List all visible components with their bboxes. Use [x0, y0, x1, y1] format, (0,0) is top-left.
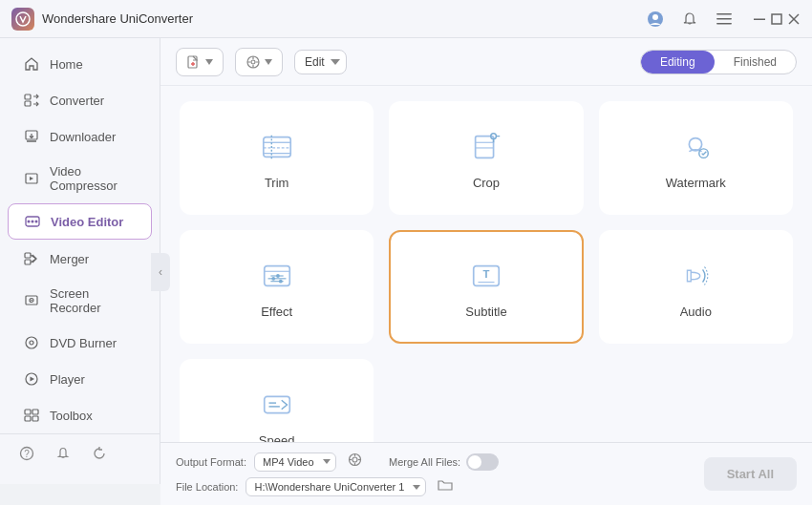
sidebar-collapse-btn[interactable]: ‹ [151, 253, 170, 291]
sidebar-item-screen-recorder[interactable]: Screen Recorder [8, 278, 152, 324]
output-format-label: Output Format: [176, 456, 246, 468]
sidebar-label-video-compressor: Video Compressor [50, 164, 137, 193]
feature-card-effect[interactable]: Effect [180, 230, 374, 344]
start-all-btn[interactable]: Start All [704, 457, 797, 491]
output-settings-btn[interactable] [344, 451, 366, 473]
content-area: Edit Editing Finished [160, 38, 812, 505]
speed-label: Speed [259, 433, 295, 442]
add-file-btn[interactable] [176, 48, 224, 76]
sidebar-item-home[interactable]: Home [8, 47, 152, 81]
sidebar-label-screen-recorder: Screen Recorder [50, 286, 137, 315]
user-icon-btn[interactable] [642, 6, 669, 32]
sidebar-item-player[interactable]: Player [8, 362, 152, 396]
svg-point-34 [251, 60, 255, 64]
feature-card-subtitle[interactable]: T Subtitle [389, 230, 583, 344]
file-location-label: File Location: [176, 481, 238, 493]
feature-card-crop[interactable]: Crop [389, 101, 583, 215]
sidebar-label-dvd-burner: DVD Burner [50, 336, 117, 350]
title-bar: Wondershare UniConverter [0, 0, 812, 38]
svg-point-16 [32, 221, 34, 223]
svg-point-15 [28, 221, 31, 223]
svg-rect-29 [32, 416, 38, 421]
crop-label: Crop [473, 176, 500, 190]
file-location-row: File Location: H:\Wondershare UniConvert… [176, 476, 696, 497]
speed-icon [256, 384, 298, 426]
player-icon [23, 370, 40, 388]
svg-point-17 [35, 221, 38, 223]
sidebar-label-toolbox: Toolbox [50, 409, 93, 423]
browse-folder-btn[interactable] [434, 476, 457, 497]
bottom-bar: Output Format: MP4 Video Merge All Files… [160, 442, 812, 505]
svg-rect-35 [263, 137, 289, 158]
sidebar-label-video-editor: Video Editor [51, 215, 123, 229]
svg-point-0 [16, 12, 30, 26]
effect-icon [256, 255, 298, 297]
svg-rect-5 [716, 23, 732, 25]
sidebar-item-merger[interactable]: Merger [8, 242, 152, 276]
svg-rect-3 [716, 13, 732, 15]
svg-rect-4 [716, 18, 732, 20]
svg-point-51 [271, 277, 275, 281]
downloader-icon [23, 128, 40, 145]
feature-card-watermark[interactable]: Watermark [599, 101, 793, 215]
edit-dropdown[interactable]: Edit [294, 50, 347, 74]
svg-point-52 [279, 280, 283, 284]
feature-card-audio[interactable]: Audio [599, 230, 793, 344]
feature-card-trim[interactable]: Trim [180, 101, 374, 215]
svg-point-44 [699, 149, 708, 158]
sidebar-label-downloader: Downloader [50, 130, 116, 144]
svg-point-60 [353, 457, 357, 462]
refresh-btn[interactable] [88, 444, 111, 467]
sidebar-wrapper: Home Converter Downloader Video Compress… [0, 38, 160, 505]
main-layout: Home Converter Downloader Video Compress… [0, 38, 812, 505]
subtitle-label: Subtitle [465, 305, 506, 319]
help-btn[interactable]: ? [15, 444, 38, 467]
svg-point-2 [652, 14, 658, 20]
svg-text:T: T [483, 268, 490, 280]
svg-rect-27 [32, 410, 38, 414]
title-bar-right [642, 6, 801, 32]
grid-area: Trim Crop [160, 86, 812, 442]
svg-rect-10 [25, 95, 31, 99]
merge-toggle-group: Merge All Files: [389, 453, 499, 471]
sidebar-item-converter[interactable]: Converter [8, 83, 152, 117]
audio-label: Audio [680, 305, 712, 319]
svg-point-24 [30, 341, 33, 345]
sidebar-item-toolbox[interactable]: Toolbox [8, 398, 152, 432]
merge-toggle-switch[interactable] [466, 453, 499, 471]
svg-point-50 [276, 274, 280, 278]
sidebar: Home Converter Downloader Video Compress… [0, 38, 160, 484]
tab-finished[interactable]: Finished [715, 51, 796, 74]
minimize-btn[interactable] [753, 12, 766, 26]
svg-text:?: ? [24, 449, 30, 459]
maximize-btn[interactable] [770, 12, 783, 26]
svg-point-43 [690, 138, 702, 151]
svg-rect-7 [772, 14, 781, 24]
sidebar-item-dvd-burner[interactable]: DVD Burner [8, 326, 152, 360]
subtitle-icon: T [465, 255, 507, 297]
feature-card-speed[interactable]: Speed [180, 359, 374, 442]
app-title: Wondershare UniConverter [42, 11, 193, 26]
notification-sidebar-btn[interactable] [52, 444, 75, 467]
file-location-select[interactable]: H:\Wondershare UniConverter 1 [246, 477, 426, 496]
close-btn[interactable] [787, 12, 801, 26]
sidebar-item-video-editor[interactable]: Video Editor [8, 203, 152, 240]
menu-icon-btn[interactable] [711, 6, 737, 32]
tab-editing[interactable]: Editing [641, 51, 715, 74]
feature-grid: Trim Crop [180, 101, 793, 442]
output-format-select[interactable]: MP4 Video [254, 452, 336, 472]
svg-rect-56 [264, 396, 289, 412]
svg-rect-39 [476, 137, 494, 158]
svg-point-23 [26, 337, 37, 348]
svg-rect-26 [25, 410, 31, 414]
add-media-btn[interactable] [235, 48, 283, 76]
sidebar-label-converter: Converter [50, 94, 104, 108]
svg-rect-18 [25, 253, 31, 258]
notification-icon-btn[interactable] [676, 6, 703, 32]
converter-icon [23, 92, 40, 109]
toolbox-icon [23, 407, 40, 424]
sidebar-item-video-compressor[interactable]: Video Compressor [8, 156, 152, 201]
crop-icon [465, 126, 507, 168]
sidebar-item-downloader[interactable]: Downloader [8, 119, 152, 154]
audio-icon [674, 255, 716, 297]
